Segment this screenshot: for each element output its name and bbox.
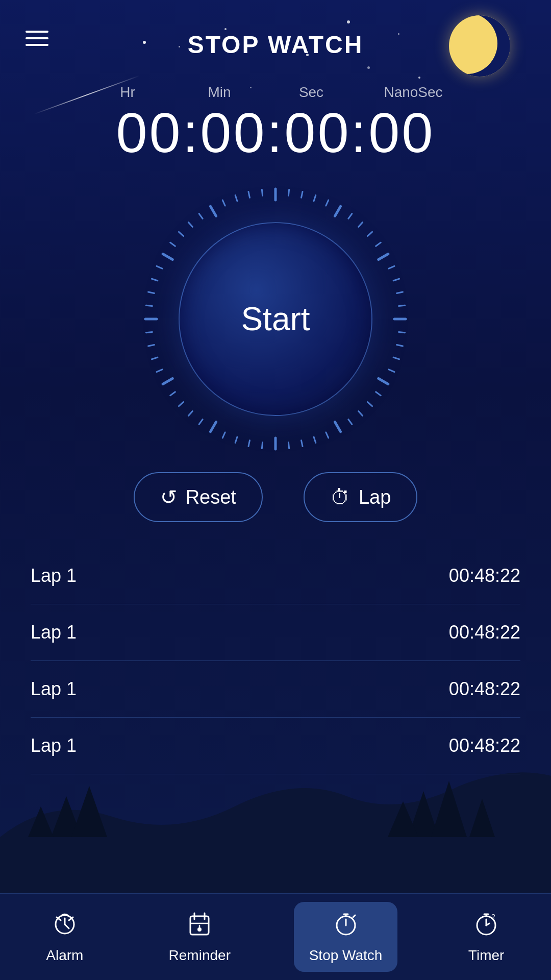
dial-ticks-svg: /* will be handled below */ xyxy=(143,186,408,452)
svg-line-8 xyxy=(288,189,289,195)
reminder-icon xyxy=(186,910,213,942)
nav-reminder[interactable]: Reminder xyxy=(154,902,246,972)
page-title: STOP WATCH xyxy=(188,31,364,59)
svg-text:2: 2 xyxy=(491,913,495,921)
svg-line-65 xyxy=(248,192,249,198)
svg-line-36 xyxy=(288,443,289,449)
svg-line-12 xyxy=(335,206,341,216)
svg-line-26 xyxy=(389,370,394,372)
svg-line-40 xyxy=(235,437,237,443)
lap-time-1: 00:48:22 xyxy=(449,622,520,643)
lap-name-2: Lap 1 xyxy=(31,678,77,700)
nav-alarm[interactable]: Alarm xyxy=(24,902,106,972)
svg-line-56 xyxy=(157,266,162,268)
svg-line-30 xyxy=(359,411,363,416)
reset-button[interactable]: ↺ Reset xyxy=(134,472,263,522)
lap-icon: ⏱ xyxy=(330,486,350,509)
svg-line-35 xyxy=(302,440,303,447)
svg-line-80 xyxy=(353,915,355,917)
lap-item-2: Lap 1 00:48:22 xyxy=(31,661,520,718)
lap-time-0: 00:48:22 xyxy=(449,565,520,586)
lap-button[interactable]: ⏱ Lap xyxy=(304,472,417,522)
lap-name-3: Lap 1 xyxy=(31,735,77,756)
time-labels: Hr Min Sec NanoSec xyxy=(0,84,551,101)
svg-line-41 xyxy=(222,432,225,438)
svg-line-69 xyxy=(65,924,69,928)
dial-outer: /* will be handled below */ Start xyxy=(143,186,408,452)
stopwatch-nav-label: Stop Watch xyxy=(309,947,383,964)
svg-line-13 xyxy=(348,214,352,219)
svg-line-53 xyxy=(146,305,152,306)
svg-line-14 xyxy=(359,222,363,227)
hr-label: Hr xyxy=(82,84,173,101)
reminder-nav-label: Reminder xyxy=(169,947,231,964)
svg-line-42 xyxy=(211,422,216,432)
sec-label: Sec xyxy=(265,84,357,101)
time-section: Hr Min Sec NanoSec 00:00:00:00 xyxy=(0,69,551,171)
svg-line-38 xyxy=(262,443,262,449)
lap-item-0: Lap 1 00:48:22 xyxy=(31,548,520,604)
svg-line-17 xyxy=(379,254,388,260)
svg-line-54 xyxy=(148,292,155,293)
svg-line-43 xyxy=(199,420,203,425)
svg-line-64 xyxy=(235,195,237,201)
svg-line-28 xyxy=(376,392,381,396)
dial-section: /* will be handled below */ Start xyxy=(0,186,551,452)
svg-line-11 xyxy=(326,200,329,206)
reset-label: Reset xyxy=(186,486,236,508)
svg-line-25 xyxy=(393,357,399,359)
svg-line-51 xyxy=(146,332,152,332)
svg-line-47 xyxy=(163,379,172,384)
timer-nav-label: Timer xyxy=(468,947,505,964)
svg-line-63 xyxy=(222,200,225,206)
svg-line-39 xyxy=(248,440,249,447)
lap-name-1: Lap 1 xyxy=(31,622,77,643)
svg-line-34 xyxy=(314,437,316,443)
menu-button[interactable] xyxy=(26,31,48,46)
svg-line-9 xyxy=(302,192,303,198)
svg-line-31 xyxy=(348,420,352,425)
lap-name-0: Lap 1 xyxy=(31,565,77,586)
svg-line-16 xyxy=(376,242,381,246)
svg-line-20 xyxy=(397,292,403,293)
svg-line-27 xyxy=(379,379,388,384)
timer-icon: 2 xyxy=(473,910,499,942)
min-label: Min xyxy=(173,84,265,101)
nav-timer[interactable]: 2 Timer xyxy=(445,902,527,972)
svg-line-55 xyxy=(152,279,157,281)
svg-line-23 xyxy=(399,332,405,332)
svg-line-48 xyxy=(157,370,162,372)
svg-line-59 xyxy=(179,232,183,236)
svg-line-61 xyxy=(199,214,203,219)
svg-line-46 xyxy=(170,392,176,396)
svg-line-19 xyxy=(393,279,399,281)
svg-line-32 xyxy=(335,422,341,432)
lap-time-2: 00:48:22 xyxy=(449,678,520,700)
lap-item-3: Lap 1 00:48:22 xyxy=(31,718,520,774)
alarm-nav-label: Alarm xyxy=(46,947,83,964)
lap-label: Lap xyxy=(359,486,391,508)
header: STOP WATCH xyxy=(0,0,551,69)
svg-line-18 xyxy=(389,266,394,268)
time-display: 00:00:00:00 xyxy=(0,105,551,161)
alarm-icon xyxy=(52,910,78,942)
svg-line-29 xyxy=(368,402,372,406)
bottom-nav: Alarm Reminder Stop Watch xyxy=(0,893,551,980)
svg-line-62 xyxy=(211,206,216,216)
reset-icon: ↺ xyxy=(160,485,178,509)
svg-line-44 xyxy=(188,411,192,416)
lap-time-3: 00:48:22 xyxy=(449,735,520,756)
svg-line-24 xyxy=(397,345,403,346)
lap-item-1: Lap 1 00:48:22 xyxy=(31,604,520,661)
nav-stopwatch[interactable]: Stop Watch xyxy=(294,902,398,972)
svg-line-10 xyxy=(314,195,316,201)
svg-line-60 xyxy=(188,222,192,227)
svg-line-58 xyxy=(170,242,176,246)
controls: ↺ Reset ⏱ Lap xyxy=(0,472,551,522)
svg-line-50 xyxy=(148,345,155,346)
svg-line-21 xyxy=(399,305,405,306)
svg-line-66 xyxy=(262,189,262,195)
lap-list: Lap 1 00:48:22 Lap 1 00:48:22 Lap 1 00:4… xyxy=(0,548,551,774)
svg-line-57 xyxy=(163,254,172,260)
svg-line-49 xyxy=(152,357,157,359)
